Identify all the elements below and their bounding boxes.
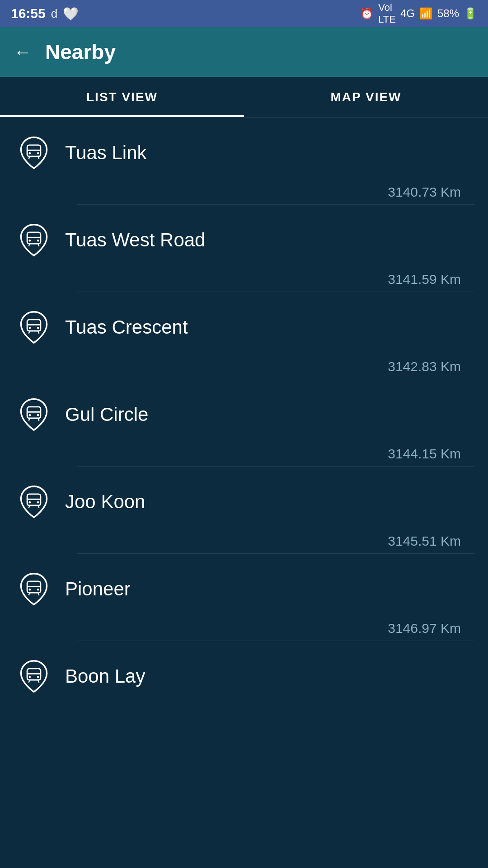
signal-icon: 📶 [419, 7, 433, 20]
distance-text: 3142.83 Km [388, 359, 461, 374]
svg-point-15 [37, 327, 39, 329]
station-row: Gul Circle [14, 392, 474, 437]
station-icon [14, 392, 54, 437]
station-item[interactable]: Gul Circle 3144.15 Km [0, 379, 488, 467]
svg-point-39 [37, 676, 39, 678]
svg-point-32 [29, 589, 31, 591]
station-item[interactable]: Tuas Link 3140.73 Km [0, 118, 488, 205]
tab-list-view-label: LIST VIEW [86, 90, 158, 104]
station-name: Pioneer [65, 578, 131, 600]
station-item[interactable]: Tuas Crescent 3142.83 Km [0, 292, 488, 379]
station-name: Joo Koon [65, 491, 145, 513]
distance-text: 3140.73 Km [388, 184, 461, 200]
station-item[interactable]: Pioneer 3146.97 Km [0, 554, 488, 641]
station-row: Boon Lay [14, 654, 474, 699]
station-row: Tuas Crescent [14, 305, 474, 350]
distance-row: 3145.51 Km [14, 524, 474, 553]
svg-point-21 [37, 414, 39, 416]
alarm-icon: ⏰ [360, 7, 374, 20]
station-item[interactable]: Boon Lay [0, 641, 488, 699]
back-button[interactable]: ← [14, 43, 32, 61]
station-icon [14, 479, 54, 524]
status-icon-d: d [51, 7, 57, 21]
svg-point-9 [37, 240, 39, 242]
distance-text: 3141.59 Km [388, 272, 461, 287]
battery-text: 58% [437, 7, 459, 20]
station-item[interactable]: Joo Koon 3145.51 Km [0, 467, 488, 554]
svg-point-26 [29, 501, 31, 504]
status-right: ⏰ VolLTE 4G 📶 58% 🔋 [360, 2, 477, 25]
distance-text: 3144.15 Km [388, 446, 461, 462]
station-item[interactable]: Tuas West Road 3141.59 Km [0, 205, 488, 292]
station-name: Boon Lay [65, 665, 145, 687]
station-name: Tuas West Road [65, 229, 205, 251]
network-icon: 4G [400, 7, 415, 20]
distance-row: 3142.83 Km [14, 350, 474, 379]
station-icon [14, 217, 54, 263]
station-icon [14, 566, 54, 612]
svg-point-2 [29, 152, 31, 155]
page-title: Nearby [45, 40, 116, 64]
tab-list-view[interactable]: LIST VIEW [0, 77, 244, 117]
tab-map-view-label: MAP VIEW [330, 90, 401, 104]
svg-point-14 [29, 327, 31, 329]
status-left: 16:55 d 🤍 [11, 6, 79, 21]
svg-point-38 [29, 676, 31, 678]
svg-point-8 [29, 240, 31, 242]
svg-point-3 [37, 152, 39, 155]
station-name: Gul Circle [65, 404, 148, 425]
tab-bar: LIST VIEW MAP VIEW [0, 77, 488, 118]
station-icon [14, 654, 54, 699]
distance-text: 3146.97 Km [388, 621, 461, 636]
station-row: Joo Koon [14, 479, 474, 524]
station-name: Tuas Crescent [65, 316, 188, 338]
status-icon-heart: 🤍 [63, 6, 79, 21]
station-icon [14, 305, 54, 350]
vol-lte-icon: VolLTE [378, 2, 396, 25]
distance-row: 3141.59 Km [14, 263, 474, 292]
svg-point-33 [37, 589, 39, 591]
tab-map-view[interactable]: MAP VIEW [244, 77, 488, 117]
distance-row: 3140.73 Km [14, 175, 474, 204]
distance-row: 3144.15 Km [14, 437, 474, 466]
station-icon [14, 130, 54, 175]
station-row: Tuas Link [14, 130, 474, 175]
status-bar: 16:55 d 🤍 ⏰ VolLTE 4G 📶 58% 🔋 [0, 0, 488, 27]
station-list: Tuas Link 3140.73 Km [0, 118, 488, 699]
station-name: Tuas Link [65, 142, 147, 164]
battery-icon: 🔋 [464, 7, 477, 20]
status-time: 16:55 [11, 6, 46, 21]
distance-row: 3146.97 Km [14, 612, 474, 641]
station-row: Tuas West Road [14, 217, 474, 263]
station-row: Pioneer [14, 566, 474, 612]
svg-point-20 [29, 414, 31, 416]
top-app-bar: ← Nearby [0, 27, 488, 77]
svg-point-27 [37, 501, 39, 504]
distance-text: 3145.51 Km [388, 533, 461, 549]
